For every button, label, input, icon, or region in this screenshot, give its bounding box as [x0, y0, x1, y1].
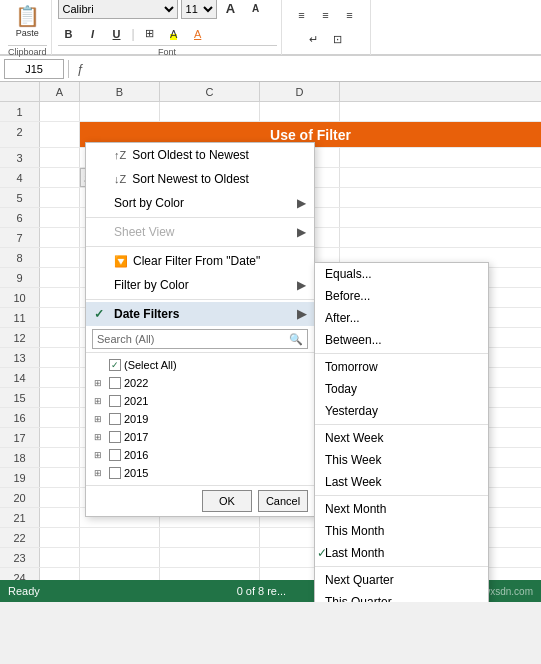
last-month-label: Last Month: [325, 546, 384, 560]
date-filters-label: Date Filters: [114, 307, 179, 321]
checkbox-2017[interactable]: [109, 431, 121, 443]
sheet-view-item[interactable]: Sheet View ▶: [86, 220, 314, 244]
next-month-item[interactable]: Next Month: [315, 498, 488, 520]
wrap-text-button[interactable]: ↵: [303, 28, 325, 50]
tomorrow-item[interactable]: Tomorrow: [315, 356, 488, 378]
search-container: Search (All) 🔍: [86, 326, 314, 353]
merge-button[interactable]: ⊡: [327, 28, 349, 50]
today-item[interactable]: Today: [315, 378, 488, 400]
date-filters-arrow: ▶: [297, 307, 306, 321]
sheet-view-arrow: ▶: [297, 225, 306, 239]
this-week-item[interactable]: This Week: [315, 449, 488, 471]
list-item[interactable]: ⊞ 2019: [92, 410, 308, 428]
date-sep-4: [315, 566, 488, 567]
checkbox-2019[interactable]: [109, 413, 121, 425]
checkbox-2016[interactable]: [109, 449, 121, 461]
paste-button[interactable]: 📋 Paste: [9, 0, 45, 45]
this-quarter-label: This Quarter: [325, 595, 392, 602]
formula-icon: ƒ: [77, 61, 84, 76]
cell-reference-box[interactable]: J15: [4, 59, 64, 79]
tomorrow-label: Tomorrow: [325, 360, 378, 374]
this-month-label: This Month: [325, 524, 384, 538]
equals-label: Equals...: [325, 267, 372, 281]
sort-color-label: Sort by Color: [114, 196, 184, 210]
sort-color-item[interactable]: Sort by Color ▶: [86, 191, 314, 215]
this-week-label: This Week: [325, 453, 381, 467]
font-selector[interactable]: Calibri: [58, 0, 178, 19]
filter-color-item[interactable]: Filter by Color ▶: [86, 273, 314, 297]
shrink-font-button[interactable]: A: [245, 0, 267, 20]
equals-item[interactable]: Equals...: [315, 263, 488, 285]
checkbox-2021[interactable]: [109, 395, 121, 407]
font-group: Calibri 11 A A B I U | ⊞ A A Font: [52, 0, 282, 55]
separator-3: [86, 299, 314, 300]
checkbox-select-all[interactable]: ✓: [109, 359, 121, 371]
cancel-button[interactable]: Cancel: [258, 490, 308, 512]
sort-asc-item[interactable]: ↑Z Sort Oldest to Newest: [86, 143, 314, 167]
list-item[interactable]: ⊞ 2021: [92, 392, 308, 410]
list-item[interactable]: ⊞ 2022: [92, 374, 308, 392]
clear-filter-icon: 🔽: [114, 255, 128, 268]
underline-button[interactable]: U: [106, 23, 128, 45]
watermark: wxsdn.com: [483, 586, 533, 597]
next-week-label: Next Week: [325, 431, 383, 445]
border-button[interactable]: ⊞: [139, 23, 161, 45]
yesterday-label: Yesterday: [325, 404, 378, 418]
sort-color-arrow: ▶: [297, 196, 306, 210]
next-quarter-label: Next Quarter: [325, 573, 394, 587]
list-item[interactable]: ⊞ 2015: [92, 464, 308, 482]
align-left-button[interactable]: ≡: [291, 4, 313, 26]
sort-desc-item[interactable]: ↓Z Sort Newest to Oldest: [86, 167, 314, 191]
filter-color-label: Filter by Color: [114, 278, 189, 292]
last-month-item[interactable]: ✓ Last Month: [315, 542, 488, 564]
between-item[interactable]: Between...: [315, 329, 488, 351]
italic-button[interactable]: I: [82, 23, 104, 45]
sort-desc-label: Sort Newest to Oldest: [132, 172, 249, 186]
date-filters-item[interactable]: ✓ Date Filters ▶: [86, 302, 314, 326]
font-color-button[interactable]: A: [187, 23, 209, 45]
next-week-item[interactable]: Next Week: [315, 427, 488, 449]
checkbox-2022-label: 2022: [124, 377, 148, 389]
checkbox-2022[interactable]: [109, 377, 121, 389]
align-right-button[interactable]: ≡: [339, 4, 361, 26]
date-filters-check: ✓: [94, 307, 104, 321]
next-month-label: Next Month: [325, 502, 386, 516]
sort-asc-label: Sort Oldest to Newest: [132, 148, 249, 162]
yesterday-item[interactable]: Yesterday: [315, 400, 488, 422]
context-menu: ↑Z Sort Oldest to Newest ↓Z Sort Newest …: [85, 142, 315, 517]
this-month-item[interactable]: This Month: [315, 520, 488, 542]
list-item[interactable]: ⊞ 2016: [92, 446, 308, 464]
checkbox-2019-label: 2019: [124, 413, 148, 425]
search-box[interactable]: Search (All) 🔍: [92, 329, 308, 349]
list-item[interactable]: ⊞ 2017: [92, 428, 308, 446]
checkbox-2015[interactable]: [109, 467, 121, 479]
font-size-selector[interactable]: 11: [181, 0, 217, 19]
search-text: Search (All): [97, 333, 289, 345]
date-sep-2: [315, 424, 488, 425]
after-item[interactable]: After...: [315, 307, 488, 329]
align-center-button[interactable]: ≡: [315, 4, 337, 26]
sheet-view-label: Sheet View: [114, 225, 175, 239]
between-label: Between...: [325, 333, 382, 347]
checkbox-2021-label: 2021: [124, 395, 148, 407]
date-sep-3: [315, 495, 488, 496]
formula-bar: J15 ƒ: [0, 56, 541, 82]
clear-filter-item[interactable]: 🔽 Clear Filter From "Date": [86, 249, 314, 273]
ok-button[interactable]: OK: [202, 490, 252, 512]
col-header-d: D: [260, 82, 340, 101]
fill-color-button[interactable]: A: [163, 23, 185, 45]
grow-font-button[interactable]: A: [220, 0, 242, 20]
bold-button[interactable]: B: [58, 23, 80, 45]
header-spacer: [0, 82, 40, 101]
ribbon-toolbar: 📋 Paste Clipboard Calibri 11 A A B I U |…: [0, 0, 541, 56]
before-item[interactable]: Before...: [315, 285, 488, 307]
last-week-item[interactable]: Last Week: [315, 471, 488, 493]
status-text: Ready: [8, 585, 40, 597]
next-quarter-item[interactable]: Next Quarter: [315, 569, 488, 591]
list-item[interactable]: ✓ (Select All): [92, 356, 308, 374]
clear-filter-label: Clear Filter From "Date": [133, 254, 260, 268]
col-header-a: A: [40, 82, 80, 101]
date-submenu: Equals... Before... After... Between... …: [314, 262, 489, 602]
this-quarter-item[interactable]: This Quarter: [315, 591, 488, 602]
filter-color-arrow: ▶: [297, 278, 306, 292]
